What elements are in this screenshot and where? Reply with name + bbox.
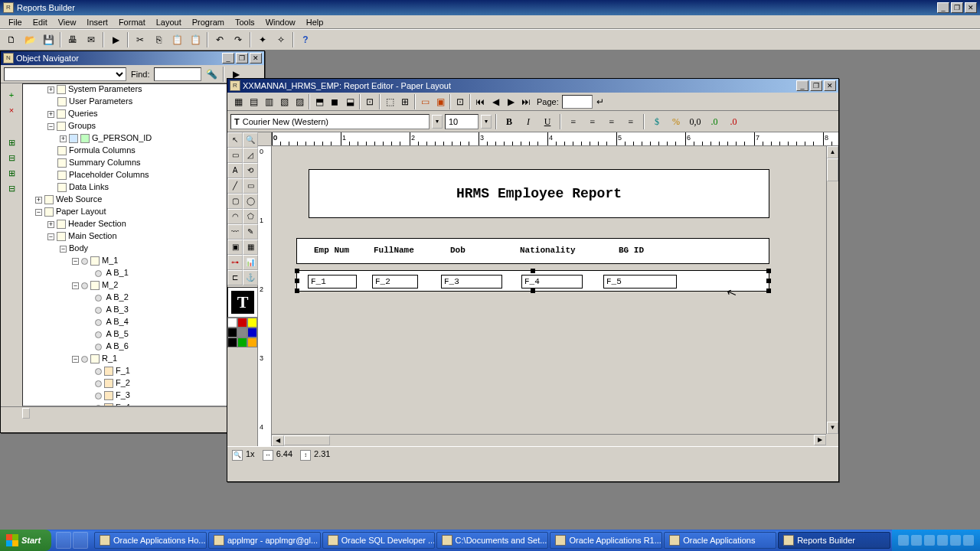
menu-edit[interactable]: Edit	[28, 16, 53, 28]
zoom-normal-icon[interactable]: ⊡	[362, 94, 377, 109]
bold-button[interactable]: B	[501, 113, 518, 130]
task-applmgr[interactable]: applmgr - applmgr@gl...	[208, 532, 321, 549]
navigator-hscroll[interactable]	[1, 406, 264, 419]
currency-button[interactable]: $	[648, 113, 665, 130]
align-center-button[interactable]: ≡	[584, 113, 601, 130]
delete-node-icon[interactable]: ×	[5, 103, 18, 117]
view-paperdesign-icon[interactable]: ▧	[276, 94, 292, 109]
copy-button[interactable]: ⎘	[150, 31, 167, 48]
field-f3[interactable]: F_3	[441, 275, 502, 289]
paste2-button[interactable]: 📋	[187, 31, 204, 48]
open-button[interactable]: 📂	[21, 31, 38, 48]
task-oracle-apps-r1[interactable]: Oracle Applications R1...	[550, 532, 662, 549]
font-select[interactable]: TCourier New (Western)	[230, 114, 430, 129]
menu-file[interactable]: File	[3, 16, 28, 28]
rect-tool[interactable]: ▭	[243, 178, 258, 194]
text-tool[interactable]: A	[227, 163, 243, 178]
maximize-button[interactable]: ❐	[951, 2, 963, 13]
tray-icon[interactable]	[963, 535, 974, 546]
minimize-button[interactable]: _	[937, 2, 949, 13]
roundrect-tool[interactable]: ▢	[227, 194, 243, 209]
task-reports-builder[interactable]: Reports Builder	[778, 532, 890, 549]
tray-icon[interactable]	[950, 535, 961, 546]
view-paperlayout-icon[interactable]: ▥	[261, 94, 276, 109]
chart-tool[interactable]: 📊	[243, 255, 258, 270]
field-f5[interactable]: F_5	[603, 275, 677, 289]
anchor-tool[interactable]: ⚓	[243, 270, 258, 285]
view-paramform-icon[interactable]: ▨	[292, 94, 307, 109]
new-button[interactable]: 🗋	[3, 31, 20, 48]
next-page-icon[interactable]: ▶	[503, 94, 518, 109]
cut-button[interactable]: ✂	[132, 31, 149, 48]
canvas-hscroll[interactable]: ◀▶	[272, 434, 826, 446]
menu-insert[interactable]: Insert	[81, 16, 113, 28]
help-button[interactable]: ?	[297, 31, 314, 48]
save-button[interactable]: 💾	[40, 31, 57, 48]
close-button[interactable]: ✕	[965, 2, 977, 13]
menu-help[interactable]: Help	[301, 16, 329, 28]
last-page-icon[interactable]: ⏭	[518, 94, 534, 109]
task-oracle-apps[interactable]: Oracle Applications	[664, 532, 776, 549]
align-right-button[interactable]: ≡	[603, 113, 620, 130]
navigator-maximize[interactable]: ❐	[236, 53, 248, 64]
mail-button[interactable]: ✉	[83, 31, 100, 48]
ql-ie[interactable]	[73, 532, 88, 549]
task-oracle-apps-home[interactable]: Oracle Applications Ho...	[94, 532, 207, 549]
report-title-frame[interactable]: HRMS Employee Report	[309, 169, 769, 218]
wizard2-button[interactable]: ✧	[273, 31, 289, 48]
frame-select-tool[interactable]: ▭	[227, 148, 243, 163]
canvas-vscroll[interactable]: ▲▼	[826, 146, 838, 434]
repeating-frame-r1[interactable]: F_1 F_2 F_3 F_4 F_5	[296, 270, 769, 292]
first-page-icon[interactable]: ⏮	[472, 94, 488, 109]
align-left-button[interactable]: ≡	[565, 113, 582, 130]
percent-button[interactable]: %	[668, 113, 684, 130]
italic-button[interactable]: I	[520, 113, 537, 130]
menu-layout[interactable]: Layout	[151, 16, 187, 28]
task-documents[interactable]: C:\Documents and Set...	[436, 532, 549, 549]
arc-tool[interactable]: ◠	[227, 209, 243, 224]
wizard1-button[interactable]: ✦	[254, 31, 271, 48]
view-datamodel-icon[interactable]: ▦	[230, 94, 246, 109]
confine-off-icon[interactable]: ⊞	[397, 94, 413, 109]
find-go-icon[interactable]: 🔦	[204, 67, 218, 81]
magnify-tool[interactable]: 🔍	[243, 132, 258, 148]
flex-off-icon[interactable]: ⬚	[382, 94, 397, 109]
expand-icon[interactable]: ⊞	[5, 135, 18, 149]
freehand-tool[interactable]: ✎	[243, 224, 258, 240]
align-frame-icon[interactable]: ⊡	[452, 94, 468, 109]
collapse-all-icon[interactable]: ⊟	[5, 181, 18, 195]
navigator-titlebar[interactable]: N Object Navigator _ ❐ ✕	[1, 51, 264, 65]
menu-format[interactable]: Format	[113, 16, 151, 28]
find-input[interactable]	[154, 67, 201, 81]
rotate-tool[interactable]: ⟲	[243, 163, 258, 178]
remove-decimal-button[interactable]: .0	[725, 113, 742, 130]
navigator-close[interactable]: ✕	[250, 53, 262, 64]
view-weblayout-icon[interactable]: ▤	[246, 94, 261, 109]
menu-tools[interactable]: Tools	[230, 16, 260, 28]
select-parent-icon[interactable]: ▣	[433, 94, 448, 109]
main-section-icon[interactable]: ◼	[327, 94, 342, 109]
add-node-icon[interactable]: +	[5, 88, 18, 102]
font-dropdown-icon[interactable]: ▾	[432, 115, 443, 129]
fontsize-select[interactable]: 10	[445, 114, 479, 129]
menu-program[interactable]: Program	[187, 16, 230, 28]
page-go-icon[interactable]: ↵	[593, 94, 608, 109]
polygon-tool[interactable]: ⬠	[243, 209, 258, 224]
thousands-button[interactable]: 0,0	[687, 113, 704, 130]
select-tool[interactable]: ↖	[227, 132, 243, 148]
paste-button[interactable]: 📋	[168, 31, 185, 48]
task-sqldeveloper[interactable]: Oracle SQL Developer ...	[322, 532, 435, 549]
add-decimal-button[interactable]: .0	[706, 113, 723, 130]
link-file-tool[interactable]: ⊶	[227, 255, 243, 270]
layout-canvas[interactable]: HRMS Employee Report Emp Num FullName Do…	[272, 146, 826, 434]
field-f4[interactable]: F_4	[521, 275, 583, 289]
editor-titlebar[interactable]: R XXMANNAI_HRMS_EMP: Report Editor - Pap…	[227, 79, 838, 93]
print-button[interactable]: 🖶	[64, 31, 81, 48]
color-swatches[interactable]	[227, 318, 258, 347]
system-tray[interactable]	[892, 530, 980, 551]
navigator-minimize[interactable]: _	[222, 53, 234, 64]
fontsize-dropdown-icon[interactable]: ▾	[481, 115, 492, 129]
align-justify-button[interactable]: ≡	[622, 113, 639, 130]
field-f1[interactable]: F_1	[308, 275, 357, 289]
collapse-icon[interactable]: ⊟	[5, 151, 18, 165]
